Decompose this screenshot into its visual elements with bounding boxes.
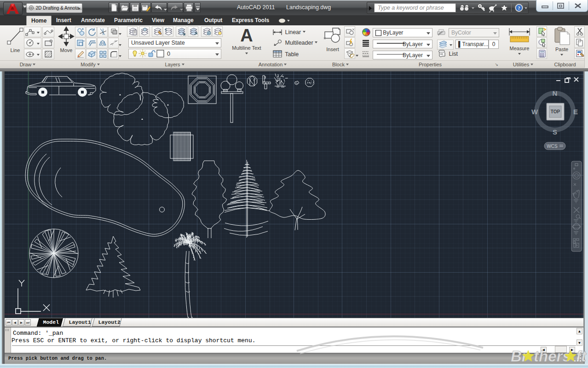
svg-text:0: 0: [167, 51, 170, 57]
svg-text:?: ?: [518, 6, 520, 11]
svg-text:W: W: [531, 108, 538, 116]
svg-text:S: S: [553, 128, 557, 136]
svg-text:N: N: [553, 89, 558, 97]
svg-text:E: E: [573, 108, 578, 116]
svg-text:TOP: TOP: [551, 109, 560, 114]
svg-text:WCS: WCS: [547, 144, 558, 149]
